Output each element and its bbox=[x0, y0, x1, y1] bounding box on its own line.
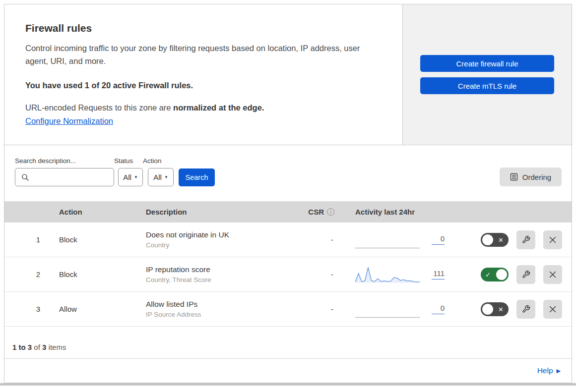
page-description: Control incoming traffic to your zone by… bbox=[25, 42, 381, 67]
rule-description: Allow listed IPs bbox=[146, 300, 300, 309]
action-dropdown[interactable]: All ▼ bbox=[148, 168, 174, 186]
wrench-icon bbox=[522, 235, 530, 244]
normalization-text: URL-encoded Requests to this zone are bbox=[25, 103, 173, 112]
csr-header-label: CSR bbox=[308, 208, 324, 216]
edit-rule-button[interactable] bbox=[516, 230, 535, 249]
create-mtls-rule-button[interactable]: Create mTLS rule bbox=[420, 77, 554, 94]
rule-description: IP reputation score bbox=[146, 265, 300, 274]
rule-priority: 1 bbox=[4, 235, 49, 244]
table-row: 3 Allow Allow listed IPs IP Source Addre… bbox=[4, 292, 572, 327]
toggle-knob bbox=[482, 234, 493, 245]
table-row: 1 Block Does not originate in UK Country… bbox=[4, 223, 572, 257]
help-link[interactable]: Help ▶ bbox=[537, 366, 561, 375]
activity-sparkline bbox=[355, 231, 420, 249]
rule-fields: IP Source Address bbox=[146, 311, 300, 318]
rule-action: Allow bbox=[49, 305, 136, 313]
action-value: All bbox=[153, 173, 162, 181]
rule-priority: 3 bbox=[4, 305, 49, 313]
toggle-off-icon: ✕ bbox=[498, 306, 504, 312]
intro-card: Firewall rules Control incoming traffic … bbox=[4, 4, 403, 145]
column-header-activity: Activity last 24hr bbox=[339, 208, 468, 216]
rule-description: Does not originate in UK bbox=[146, 230, 300, 239]
rule-csr-value: - bbox=[300, 235, 339, 244]
status-label: Status bbox=[114, 157, 143, 165]
toggle-knob bbox=[482, 304, 493, 315]
pagination-summary: 1 to 3 of 3 items bbox=[4, 327, 572, 359]
chevron-down-icon: ▼ bbox=[164, 175, 168, 179]
wrench-icon bbox=[522, 305, 530, 313]
rule-enabled-toggle[interactable]: ✕ ✓ bbox=[481, 302, 509, 316]
activity-sparkline bbox=[355, 300, 420, 318]
items-range: 1 to 3 bbox=[12, 343, 32, 351]
delete-rule-button[interactable] bbox=[543, 230, 562, 249]
items-total: 3 bbox=[42, 343, 46, 351]
usage-note: You have used 1 of 20 active Firewall ru… bbox=[25, 81, 381, 90]
arrow-right-icon: ▶ bbox=[557, 368, 561, 374]
close-icon bbox=[549, 271, 557, 279]
activity-count-link[interactable]: 0 bbox=[432, 234, 445, 245]
status-dropdown[interactable]: All ▼ bbox=[118, 168, 143, 186]
rule-enabled-toggle[interactable]: ✕ ✓ bbox=[481, 268, 509, 281]
search-button[interactable]: Search bbox=[179, 168, 215, 186]
rule-csr-value: - bbox=[300, 305, 339, 313]
toggle-knob bbox=[496, 269, 507, 280]
column-header-description: Description bbox=[136, 208, 300, 216]
activity-count-link[interactable]: 0 bbox=[432, 304, 445, 314]
close-icon bbox=[549, 305, 557, 313]
column-header-csr: CSR i bbox=[300, 208, 339, 216]
search-input[interactable] bbox=[33, 173, 123, 181]
rule-fields: Country, Threat Score bbox=[146, 276, 300, 283]
table-header: Action Description CSR i Activity last 2… bbox=[4, 201, 572, 223]
rule-action: Block bbox=[49, 235, 136, 244]
normalization-bold: normalized at the edge. bbox=[173, 103, 264, 112]
delete-rule-button[interactable] bbox=[543, 265, 562, 284]
search-input-wrapper bbox=[15, 168, 114, 186]
actions-panel: Create firewall rule Create mTLS rule bbox=[403, 4, 572, 145]
configure-normalization-link[interactable]: Configure Normalization bbox=[25, 116, 113, 126]
ordering-label: Ordering bbox=[522, 173, 551, 181]
search-label: Search description... bbox=[15, 157, 114, 165]
normalization-note: URL-encoded Requests to this zone are no… bbox=[25, 103, 381, 112]
activity-sparkline bbox=[355, 266, 420, 283]
delete-rule-button[interactable] bbox=[543, 300, 562, 319]
create-firewall-rule-button[interactable]: Create firewall rule bbox=[420, 55, 554, 72]
ordering-button[interactable]: Ordering bbox=[500, 168, 562, 186]
wrench-icon bbox=[522, 270, 530, 279]
rules-panel: Search description... Status All bbox=[4, 145, 572, 383]
edit-rule-button[interactable] bbox=[516, 300, 535, 319]
search-icon bbox=[21, 173, 29, 181]
firewall-rules-page: Firewall rules Control incoming traffic … bbox=[0, 0, 576, 383]
rule-enabled-toggle[interactable]: ✕ ✓ bbox=[481, 233, 509, 247]
items-label: items bbox=[49, 343, 66, 351]
close-icon bbox=[549, 236, 557, 244]
toggle-off-icon: ✕ bbox=[498, 236, 504, 243]
edit-rule-button[interactable] bbox=[516, 265, 535, 284]
top-section: Firewall rules Control incoming traffic … bbox=[4, 4, 572, 145]
info-icon[interactable]: i bbox=[327, 208, 334, 216]
chevron-down-icon: ▼ bbox=[134, 175, 138, 179]
status-value: All bbox=[123, 173, 131, 181]
help-label: Help bbox=[537, 366, 553, 375]
rule-priority: 2 bbox=[4, 270, 49, 279]
help-row: Help ▶ bbox=[4, 359, 572, 383]
toggle-on-icon: ✓ bbox=[485, 271, 491, 278]
rule-csr-value: - bbox=[300, 270, 339, 279]
rule-fields: Country bbox=[146, 241, 300, 249]
activity-count-link[interactable]: 111 bbox=[432, 269, 445, 280]
action-label: Action bbox=[143, 157, 174, 165]
ordering-list-icon bbox=[510, 173, 518, 181]
filter-bar: Search description... Status All bbox=[4, 145, 572, 201]
items-of-text: of bbox=[34, 343, 40, 351]
table-row: 2 Block IP reputation score Country, Thr… bbox=[4, 257, 572, 292]
window-bottom-edge bbox=[0, 383, 576, 386]
rule-action: Block bbox=[49, 270, 136, 279]
page-title: Firewall rules bbox=[25, 22, 381, 34]
column-header-action: Action bbox=[49, 208, 136, 216]
